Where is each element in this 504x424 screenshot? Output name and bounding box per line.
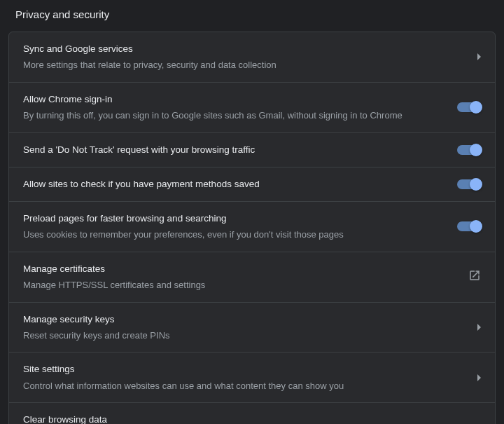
row-desc: Manage HTTPS/SSL certificates and settin… — [23, 278, 454, 292]
row-text: Clear browsing data Clear history, cooki… — [23, 413, 463, 424]
external-link-icon — [468, 269, 481, 285]
row-title: Allow Chrome sign-in — [23, 93, 443, 107]
chevron-right-icon — [477, 324, 481, 331]
toggle-knob — [470, 220, 482, 233]
row-text: Manage certificates Manage HTTPS/SSL cer… — [23, 262, 454, 292]
row-allow-chrome-signin[interactable]: Allow Chrome sign-in By turning this off… — [9, 83, 495, 133]
row-action — [477, 324, 481, 331]
chevron-right-icon — [477, 53, 481, 60]
row-title: Send a 'Do Not Track' request with your … — [23, 143, 443, 157]
toggle-knob — [470, 178, 482, 191]
row-text: Allow Chrome sign-in By turning this off… — [23, 93, 443, 123]
row-clear-browsing-data[interactable]: Clear browsing data Clear history, cooki… — [9, 403, 495, 424]
row-title: Sync and Google services — [23, 42, 463, 56]
toggle-knob — [470, 101, 482, 114]
row-desc: By turning this off, you can sign in to … — [23, 109, 443, 123]
row-text: Site settings Control what information w… — [23, 362, 463, 392]
row-manage-certificates[interactable]: Manage certificates Manage HTTPS/SSL cer… — [9, 252, 495, 303]
row-title: Manage security keys — [23, 313, 463, 327]
row-text: Sync and Google services More settings t… — [23, 42, 463, 72]
chevron-right-icon — [477, 374, 481, 381]
row-action — [457, 102, 481, 112]
row-text: Allow sites to check if you have payment… — [23, 177, 443, 191]
row-site-settings[interactable]: Site settings Control what information w… — [9, 353, 495, 403]
row-preload-pages[interactable]: Preload pages for faster browsing and se… — [9, 202, 495, 252]
row-text: Send a 'Do Not Track' request with your … — [23, 143, 443, 157]
row-action — [457, 179, 481, 189]
row-title: Allow sites to check if you have payment… — [23, 177, 443, 191]
toggle-allow-chrome-signin[interactable] — [457, 102, 481, 112]
row-title: Site settings — [23, 362, 463, 376]
row-action — [457, 221, 481, 231]
row-desc: Control what information websites can us… — [23, 379, 463, 393]
row-sync-google-services[interactable]: Sync and Google services More settings t… — [9, 32, 495, 83]
row-title: Clear browsing data — [23, 413, 463, 424]
row-action — [457, 145, 481, 155]
row-action — [468, 269, 481, 285]
row-title: Preload pages for faster browsing and se… — [23, 212, 443, 226]
toggle-do-not-track[interactable] — [457, 145, 481, 155]
row-desc: Uses cookies to remember your preference… — [23, 228, 443, 242]
toggle-knob — [470, 144, 482, 156]
row-do-not-track[interactable]: Send a 'Do Not Track' request with your … — [9, 133, 495, 167]
settings-list: Sync and Google services More settings t… — [8, 32, 496, 424]
row-action — [477, 374, 481, 381]
row-desc: More settings that relate to privacy, se… — [23, 58, 463, 72]
section-title: Privacy and security — [8, 8, 496, 32]
row-text: Manage security keys Reset security keys… — [23, 313, 463, 343]
row-payment-methods-check[interactable]: Allow sites to check if you have payment… — [9, 167, 495, 202]
row-desc: Reset security keys and create PINs — [23, 329, 463, 343]
row-text: Preload pages for faster browsing and se… — [23, 212, 443, 242]
row-title: Manage certificates — [23, 262, 454, 276]
row-manage-security-keys[interactable]: Manage security keys Reset security keys… — [9, 303, 495, 353]
toggle-payment-methods-check[interactable] — [457, 179, 481, 189]
row-action — [477, 53, 481, 60]
toggle-preload-pages[interactable] — [457, 221, 481, 231]
